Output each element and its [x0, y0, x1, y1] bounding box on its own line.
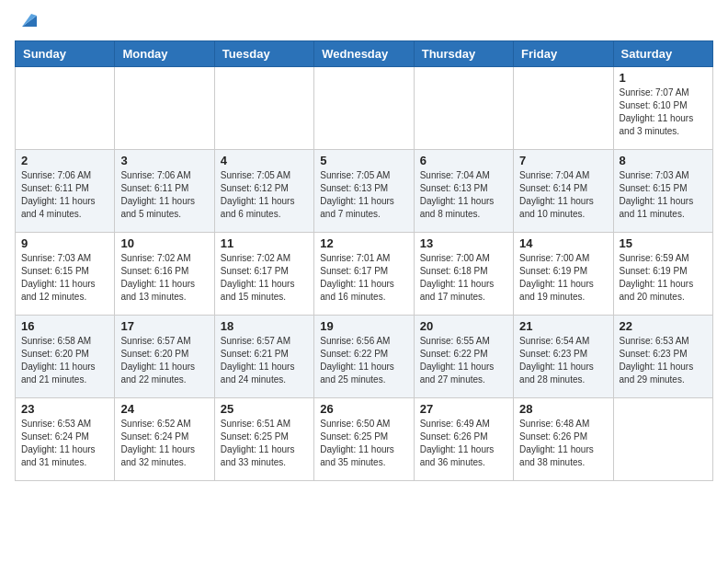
- calendar-cell: 11Sunrise: 7:02 AM Sunset: 6:17 PM Dayli…: [214, 233, 313, 316]
- calendar-cell: [514, 67, 613, 150]
- day-number: 5: [320, 154, 407, 167]
- calendar-cell: 12Sunrise: 7:01 AM Sunset: 6:17 PM Dayli…: [314, 233, 414, 316]
- day-number: 15: [620, 236, 707, 250]
- day-info: Sunrise: 7:02 AM Sunset: 6:17 PM Dayligh…: [221, 252, 308, 304]
- day-info: Sunrise: 7:01 AM Sunset: 6:17 PM Dayligh…: [320, 252, 407, 304]
- day-info: Sunrise: 7:05 AM Sunset: 6:13 PM Dayligh…: [320, 169, 407, 221]
- day-number: 1: [620, 71, 707, 85]
- day-info: Sunrise: 7:07 AM Sunset: 6:10 PM Dayligh…: [620, 86, 707, 138]
- calendar-week-row: 16Sunrise: 6:58 AM Sunset: 6:20 PM Dayli…: [16, 316, 713, 398]
- day-info: Sunrise: 6:56 AM Sunset: 6:22 PM Dayligh…: [320, 335, 407, 386]
- calendar-week-row: 1Sunrise: 7:07 AM Sunset: 6:10 PM Daylig…: [16, 67, 713, 150]
- day-info: Sunrise: 6:57 AM Sunset: 6:20 PM Dayligh…: [120, 335, 208, 386]
- day-number: 25: [221, 402, 308, 416]
- day-number: 8: [620, 154, 707, 167]
- calendar-week-row: 2Sunrise: 7:06 AM Sunset: 6:11 PM Daylig…: [16, 150, 713, 233]
- day-number: 28: [519, 402, 607, 416]
- page-header: [15, 15, 713, 33]
- weekday-header: Thursday: [414, 41, 513, 67]
- calendar-header-row: SundayMondayTuesdayWednesdayThursdayFrid…: [16, 41, 713, 67]
- day-number: 22: [620, 319, 707, 333]
- calendar-cell: [314, 67, 414, 150]
- day-info: Sunrise: 7:06 AM Sunset: 6:11 PM Dayligh…: [120, 169, 208, 221]
- day-number: 17: [120, 319, 208, 333]
- day-info: Sunrise: 6:58 AM Sunset: 6:20 PM Dayligh…: [21, 335, 108, 386]
- calendar-week-row: 23Sunrise: 6:53 AM Sunset: 6:24 PM Dayli…: [16, 398, 713, 481]
- calendar-cell: 14Sunrise: 7:00 AM Sunset: 6:19 PM Dayli…: [514, 233, 613, 316]
- calendar-cell: 21Sunrise: 6:54 AM Sunset: 6:23 PM Dayli…: [514, 316, 613, 398]
- day-number: 12: [320, 236, 407, 250]
- day-info: Sunrise: 6:48 AM Sunset: 6:26 PM Dayligh…: [519, 418, 607, 469]
- calendar-cell: 20Sunrise: 6:55 AM Sunset: 6:22 PM Dayli…: [414, 316, 513, 398]
- calendar-cell: 10Sunrise: 7:02 AM Sunset: 6:16 PM Dayli…: [115, 233, 214, 316]
- day-info: Sunrise: 6:54 AM Sunset: 6:23 PM Dayligh…: [519, 335, 607, 386]
- day-info: Sunrise: 7:00 AM Sunset: 6:18 PM Dayligh…: [420, 252, 507, 304]
- calendar-cell: [115, 67, 214, 150]
- day-number: 10: [120, 236, 208, 250]
- calendar-cell: 15Sunrise: 6:59 AM Sunset: 6:19 PM Dayli…: [613, 233, 712, 316]
- day-number: 18: [221, 319, 308, 333]
- day-number: 7: [519, 154, 607, 167]
- day-info: Sunrise: 7:00 AM Sunset: 6:19 PM Dayligh…: [519, 252, 607, 304]
- weekday-header: Saturday: [613, 41, 712, 67]
- day-number: 11: [221, 236, 308, 250]
- day-number: 4: [221, 154, 308, 167]
- day-info: Sunrise: 7:05 AM Sunset: 6:12 PM Dayligh…: [221, 169, 308, 221]
- weekday-header: Tuesday: [214, 41, 313, 67]
- calendar-cell: 16Sunrise: 6:58 AM Sunset: 6:20 PM Dayli…: [16, 316, 115, 398]
- calendar-cell: 17Sunrise: 6:57 AM Sunset: 6:20 PM Dayli…: [115, 316, 214, 398]
- day-number: 19: [320, 319, 407, 333]
- day-number: 23: [21, 402, 108, 416]
- logo-icon: [17, 10, 37, 30]
- calendar-cell: 23Sunrise: 6:53 AM Sunset: 6:24 PM Dayli…: [16, 398, 115, 481]
- calendar-cell: 22Sunrise: 6:53 AM Sunset: 6:23 PM Dayli…: [613, 316, 712, 398]
- day-info: Sunrise: 6:53 AM Sunset: 6:23 PM Dayligh…: [620, 335, 707, 386]
- day-info: Sunrise: 6:59 AM Sunset: 6:19 PM Dayligh…: [620, 252, 707, 304]
- calendar-cell: 13Sunrise: 7:00 AM Sunset: 6:18 PM Dayli…: [414, 233, 513, 316]
- day-info: Sunrise: 6:51 AM Sunset: 6:25 PM Dayligh…: [221, 418, 308, 469]
- calendar-cell: 4Sunrise: 7:05 AM Sunset: 6:12 PM Daylig…: [214, 150, 313, 233]
- calendar-cell: 24Sunrise: 6:52 AM Sunset: 6:24 PM Dayli…: [115, 398, 214, 481]
- day-number: 16: [21, 319, 108, 333]
- day-number: 14: [519, 236, 607, 250]
- day-number: 24: [120, 402, 208, 416]
- calendar-week-row: 9Sunrise: 7:03 AM Sunset: 6:15 PM Daylig…: [16, 233, 713, 316]
- day-number: 13: [420, 236, 507, 250]
- weekday-header: Monday: [115, 41, 214, 67]
- calendar-cell: 18Sunrise: 6:57 AM Sunset: 6:21 PM Dayli…: [214, 316, 313, 398]
- calendar-cell: [16, 67, 115, 150]
- weekday-header: Friday: [514, 41, 613, 67]
- day-number: 20: [420, 319, 507, 333]
- weekday-header: Sunday: [16, 41, 115, 67]
- calendar-cell: 27Sunrise: 6:49 AM Sunset: 6:26 PM Dayli…: [414, 398, 513, 481]
- day-info: Sunrise: 6:50 AM Sunset: 6:25 PM Dayligh…: [320, 418, 407, 469]
- calendar-table: SundayMondayTuesdayWednesdayThursdayFrid…: [15, 40, 713, 481]
- calendar-cell: 1Sunrise: 7:07 AM Sunset: 6:10 PM Daylig…: [613, 67, 712, 150]
- calendar-cell: 6Sunrise: 7:04 AM Sunset: 6:13 PM Daylig…: [414, 150, 513, 233]
- day-number: 3: [120, 154, 208, 167]
- day-number: 21: [519, 319, 607, 333]
- calendar-cell: 9Sunrise: 7:03 AM Sunset: 6:15 PM Daylig…: [16, 233, 115, 316]
- day-number: 26: [320, 402, 407, 416]
- calendar-cell: [214, 67, 313, 150]
- calendar-cell: 19Sunrise: 6:56 AM Sunset: 6:22 PM Dayli…: [314, 316, 414, 398]
- calendar-cell: 26Sunrise: 6:50 AM Sunset: 6:25 PM Dayli…: [314, 398, 414, 481]
- day-number: 9: [21, 236, 108, 250]
- logo: [15, 15, 37, 33]
- calendar-cell: 28Sunrise: 6:48 AM Sunset: 6:26 PM Dayli…: [514, 398, 613, 481]
- day-number: 27: [420, 402, 507, 416]
- day-info: Sunrise: 6:55 AM Sunset: 6:22 PM Dayligh…: [420, 335, 507, 386]
- day-info: Sunrise: 7:04 AM Sunset: 6:13 PM Dayligh…: [420, 169, 507, 221]
- day-info: Sunrise: 7:03 AM Sunset: 6:15 PM Dayligh…: [21, 252, 108, 304]
- day-info: Sunrise: 6:52 AM Sunset: 6:24 PM Dayligh…: [120, 418, 208, 469]
- day-info: Sunrise: 7:03 AM Sunset: 6:15 PM Dayligh…: [620, 169, 707, 221]
- day-info: Sunrise: 7:02 AM Sunset: 6:16 PM Dayligh…: [120, 252, 208, 304]
- calendar-cell: 2Sunrise: 7:06 AM Sunset: 6:11 PM Daylig…: [16, 150, 115, 233]
- calendar-cell: 25Sunrise: 6:51 AM Sunset: 6:25 PM Dayli…: [214, 398, 313, 481]
- day-number: 2: [21, 154, 108, 167]
- day-info: Sunrise: 6:49 AM Sunset: 6:26 PM Dayligh…: [420, 418, 507, 469]
- calendar-cell: 8Sunrise: 7:03 AM Sunset: 6:15 PM Daylig…: [613, 150, 712, 233]
- day-info: Sunrise: 7:06 AM Sunset: 6:11 PM Dayligh…: [21, 169, 108, 221]
- calendar-cell: 7Sunrise: 7:04 AM Sunset: 6:14 PM Daylig…: [514, 150, 613, 233]
- day-info: Sunrise: 7:04 AM Sunset: 6:14 PM Dayligh…: [519, 169, 607, 221]
